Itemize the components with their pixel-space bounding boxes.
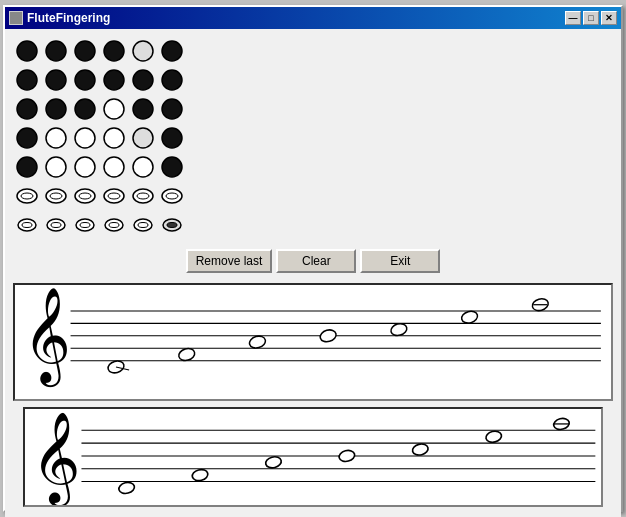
- svg-text:𝄞: 𝄞: [23, 288, 70, 387]
- svg-point-31: [75, 157, 95, 177]
- svg-point-33: [133, 157, 153, 177]
- bottom-staff-area: 𝄞: [23, 407, 603, 507]
- key-cell: [187, 182, 215, 210]
- titlebar-left: FluteFingering: [9, 11, 110, 25]
- key-cell[interactable]: [13, 211, 41, 239]
- svg-point-35: [17, 189, 37, 203]
- svg-point-26: [133, 128, 153, 148]
- svg-point-65: [107, 359, 125, 374]
- svg-point-3: [17, 41, 37, 61]
- key-cell[interactable]: [129, 124, 157, 152]
- key-cell[interactable]: [42, 153, 70, 181]
- key-cell[interactable]: [13, 37, 41, 65]
- key-cell[interactable]: [129, 95, 157, 123]
- buttons-row: Remove last Clear Exit: [13, 245, 613, 277]
- key-cell[interactable]: [100, 95, 128, 123]
- key-cell[interactable]: [100, 124, 128, 152]
- minimize-button[interactable]: —: [565, 11, 581, 25]
- key-cell[interactable]: [158, 66, 186, 94]
- titlebar-controls: — □ ✕: [565, 11, 617, 25]
- key-cell: [187, 153, 215, 181]
- svg-point-19: [104, 99, 124, 119]
- svg-point-24: [75, 128, 95, 148]
- svg-point-28: [162, 128, 182, 148]
- key-cell[interactable]: [129, 66, 157, 94]
- svg-point-14: [133, 70, 153, 90]
- key-cell[interactable]: [100, 66, 128, 94]
- remove-last-button[interactable]: Remove last: [186, 249, 273, 273]
- close-button[interactable]: ✕: [601, 11, 617, 25]
- svg-point-22: [17, 128, 37, 148]
- exit-button[interactable]: Exit: [360, 249, 440, 273]
- key-cell[interactable]: [129, 211, 157, 239]
- key-cell[interactable]: [158, 37, 186, 65]
- key-cell[interactable]: [13, 153, 41, 181]
- key-cell[interactable]: [158, 95, 186, 123]
- svg-point-58: [167, 223, 177, 228]
- svg-point-21: [162, 99, 182, 119]
- key-cell[interactable]: [71, 66, 99, 94]
- svg-point-39: [75, 189, 95, 203]
- svg-point-51: [76, 219, 94, 231]
- svg-point-30: [46, 157, 66, 177]
- svg-point-6: [104, 41, 124, 61]
- key-cell[interactable]: [42, 182, 70, 210]
- key-cell[interactable]: [129, 153, 157, 181]
- key-cell[interactable]: [13, 182, 41, 210]
- key-cell[interactable]: [42, 95, 70, 123]
- svg-point-13: [104, 70, 124, 90]
- svg-point-18: [75, 99, 95, 119]
- svg-point-85: [485, 430, 503, 444]
- key-cell[interactable]: [13, 66, 41, 94]
- svg-point-5: [75, 41, 95, 61]
- key-cell[interactable]: [100, 37, 128, 65]
- key-cell[interactable]: [100, 153, 128, 181]
- svg-point-49: [47, 219, 65, 231]
- svg-point-17: [46, 99, 66, 119]
- svg-point-37: [46, 189, 66, 203]
- svg-point-2: [18, 15, 20, 17]
- svg-point-83: [338, 449, 356, 463]
- svg-point-67: [177, 347, 195, 362]
- clear-button[interactable]: Clear: [276, 249, 356, 273]
- svg-point-43: [133, 189, 153, 203]
- key-cell[interactable]: [158, 124, 186, 152]
- top-section: [13, 37, 613, 239]
- key-cell[interactable]: [158, 211, 186, 239]
- key-cell[interactable]: [13, 124, 41, 152]
- key-cell[interactable]: [100, 182, 128, 210]
- key-cell[interactable]: [13, 95, 41, 123]
- svg-point-20: [133, 99, 153, 119]
- key-cell[interactable]: [71, 211, 99, 239]
- maximize-button[interactable]: □: [583, 11, 599, 25]
- key-cell[interactable]: [71, 153, 99, 181]
- key-cell[interactable]: [71, 37, 99, 65]
- key-cell[interactable]: [42, 37, 70, 65]
- svg-point-25: [104, 128, 124, 148]
- svg-point-82: [264, 455, 282, 469]
- key-cell[interactable]: [158, 153, 186, 181]
- fingering-grid: [13, 37, 215, 239]
- key-cell: [187, 95, 215, 123]
- key-cell[interactable]: [71, 95, 99, 123]
- key-cell: [187, 211, 215, 239]
- key-cell[interactable]: [71, 124, 99, 152]
- key-cell[interactable]: [158, 182, 186, 210]
- app-icon: [9, 11, 23, 25]
- svg-text:𝄞: 𝄞: [31, 413, 80, 505]
- key-cell[interactable]: [42, 66, 70, 94]
- svg-point-81: [191, 468, 209, 482]
- svg-point-34: [162, 157, 182, 177]
- svg-point-41: [104, 189, 124, 203]
- key-cell[interactable]: [129, 37, 157, 65]
- key-cell: [187, 66, 215, 94]
- key-cell[interactable]: [71, 182, 99, 210]
- key-cell[interactable]: [42, 211, 70, 239]
- svg-point-84: [411, 443, 429, 457]
- key-cell[interactable]: [42, 124, 70, 152]
- window-title: FluteFingering: [27, 11, 110, 25]
- svg-point-9: [162, 41, 182, 61]
- key-cell[interactable]: [100, 211, 128, 239]
- svg-point-80: [118, 481, 136, 495]
- key-cell[interactable]: [129, 182, 157, 210]
